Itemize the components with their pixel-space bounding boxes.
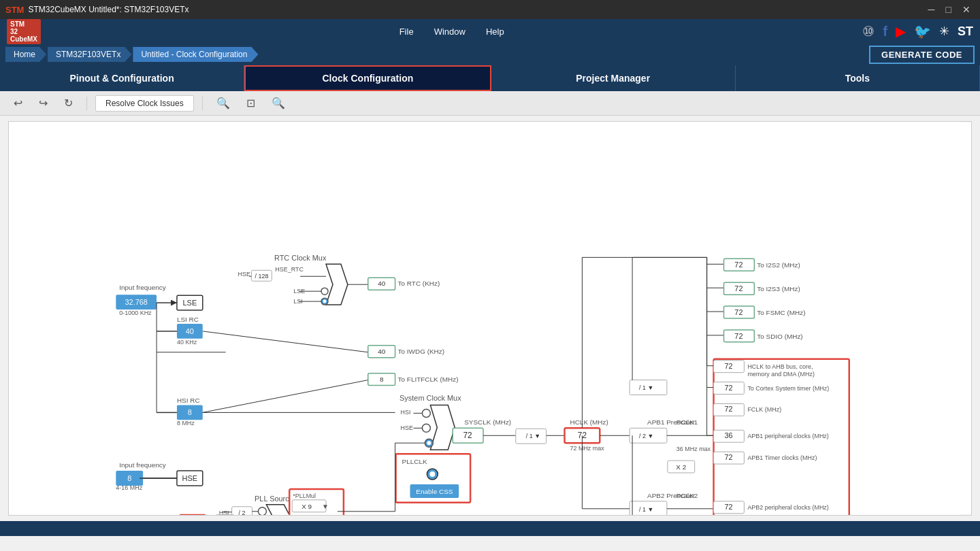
facebook-icon[interactable]: f (883, 24, 887, 39)
to-rtc-label: To RTC (KHz) (398, 280, 440, 287)
to-i2s3-val: 72 (734, 284, 742, 293)
maximize-icon[interactable]: □ (942, 4, 956, 15)
pllclk-radio-inner (427, 441, 431, 445)
input-freq-2-label2: Input frequency (119, 461, 166, 469)
hclk-ahb-label2: memory and DMA (MHz) (747, 371, 815, 378)
rtc-clock-mux-label: RTC Clock Mux (274, 254, 327, 262)
to-fsmc-val: 72 (734, 308, 742, 316)
clock-config-area: Input frequency 32.768 0-1000 KHz LSE LS… (8, 121, 972, 516)
clock-diagram: Input frequency 32.768 0-1000 KHz LSE LS… (9, 122, 971, 515)
to-iwdg-label: To IWDG (KHz) (398, 348, 444, 355)
input-freq-1-range: 0-1000 KHz (119, 310, 152, 316)
cortex-val: 72 (724, 384, 732, 392)
cortex-label: To Cortex System timer (MHz) (747, 385, 829, 392)
breadcrumb-home[interactable]: Home (5, 47, 46, 62)
lsi-rc-val: 40 (186, 327, 194, 335)
close-icon[interactable]: ✕ (958, 4, 975, 15)
hsi-to-sysclk-label: HSI (401, 409, 411, 416)
apb1-div-label: / 2 ▼ (639, 433, 653, 439)
pclk1-label: PCLK1 (676, 418, 698, 426)
status-bar (0, 521, 980, 536)
lsi-rc-label: LSI RC (177, 316, 199, 323)
pclk1-max-label: 36 MHz max (676, 446, 711, 452)
logo: STM32CubeMX (7, 19, 41, 44)
title-bar-left: STM STM32CubeMX Untitled*: STM32F103VETx (5, 5, 189, 15)
toolbar: ↩ ↪ ↻ Resolve Clock Issues 🔍 ⊡ 🔍 (0, 91, 980, 116)
generate-code-button[interactable]: GENERATE CODE (869, 46, 975, 64)
to-sdio-top-label: To SDIO (MHz) (757, 333, 802, 340)
to-rtc-val: 40 (378, 280, 386, 287)
menu-bar: STM32CubeMX File Window Help ⑩ f ▶ 🐦 ✳ S… (0, 19, 980, 44)
hsi-sysclk-radio[interactable] (422, 409, 430, 417)
input-freq-2-range: 4-16 MHz (116, 484, 142, 491)
apb2-periph-val: 72 (724, 503, 732, 511)
title-text: STM32CubeMX Untitled*: STM32F103VETx (28, 5, 189, 14)
pllmul-label: *PLLMul (293, 492, 316, 499)
hclk-label: HCLK (MHz) (570, 418, 608, 426)
hse-rtc-from-label: HSE (238, 271, 250, 278)
div128-label: / 128 (255, 273, 268, 280)
to-iwdg-val: 40 (378, 348, 386, 355)
cortex-div-label: / 1 ▼ (639, 384, 653, 391)
menu-window[interactable]: Window (434, 27, 466, 37)
pllclk-inner (429, 471, 435, 477)
refresh-button[interactable]: ↻ (59, 94, 78, 112)
sysclk-label: SYSCLK (MHz) (464, 418, 511, 426)
hse-sysclk-radio[interactable] (422, 424, 430, 432)
hse-rtc-label: HSE_RTC (275, 266, 304, 273)
to-flit-val: 8 (380, 375, 384, 383)
pllmul-val: X 9 (301, 503, 312, 510)
minimize-icon[interactable]: ─ (924, 4, 939, 15)
youtube-icon[interactable]: ▶ (896, 23, 906, 39)
pclk2-label: PCLK2 (676, 492, 698, 499)
tab-clock[interactable]: Clock Configuration (244, 65, 491, 91)
title-bar: STM STM32CubeMX Untitled*: STM32F103VETx… (0, 0, 980, 19)
hse-label: HSE (182, 474, 198, 482)
menu-icons: ⑩ f ▶ 🐦 ✳ ST (862, 23, 973, 39)
pllclk-label: PLLCLK (402, 458, 427, 465)
to-sdio-top-val: 72 (734, 332, 742, 340)
hsi-rc-freq: 8 MHz (177, 420, 195, 427)
ahb-div-label: / 1 ▼ (526, 433, 540, 439)
tab-tools[interactable]: Tools (736, 65, 980, 91)
lsi-rc-freq: 40 KHz (177, 339, 197, 346)
app-icon: STM (5, 5, 24, 15)
menu-help[interactable]: Help (486, 27, 504, 37)
apb2-div-label: / 1 ▼ (639, 506, 653, 513)
tab-pinout[interactable]: Pinout & Configuration (0, 65, 244, 91)
menu-items: File Window Help (54, 27, 849, 37)
lse-radio-btn[interactable] (321, 288, 328, 295)
lse-label: LSE (183, 299, 197, 307)
zoom-in-button[interactable]: 🔍 (211, 94, 235, 112)
pll-hsi-div2-radio[interactable] (258, 507, 266, 515)
hclk-max-label: 72 MHz max (570, 445, 605, 452)
fclk-val: 72 (724, 405, 732, 413)
hclk-ahb-val: 72 (724, 362, 732, 370)
toolbar-separator-2 (202, 97, 203, 110)
redo-button[interactable]: ↪ (33, 94, 53, 112)
network-icon[interactable]: ✳ (939, 24, 949, 39)
window-controls[interactable]: ─ □ ✕ (924, 4, 975, 15)
apb1-timer-val: 72 (724, 453, 732, 461)
toolbar-separator-1 (86, 97, 87, 110)
x2-apb1-label: X 2 (676, 463, 686, 471)
enable-css-btn-text: Enable CSS (416, 488, 453, 495)
zoom-out-button[interactable]: 🔍 (266, 94, 291, 112)
menu-file[interactable]: File (399, 27, 414, 37)
sysclk-val: 72 (463, 431, 472, 440)
apb1-periph-label: APB1 peripheral clocks (MHz) (747, 433, 828, 439)
breadcrumb-config[interactable]: Untitled - Clock Configuration (133, 47, 258, 62)
resolve-clock-button[interactable]: Resolve Clock Issues (95, 95, 194, 112)
sysclk-mux-label: System Clock Mux (399, 394, 461, 402)
breadcrumb-device[interactable]: STM32F103VETx (48, 47, 131, 62)
pll-div2-label: / 2 (239, 510, 246, 515)
to-i2s3-label: To I2S3 (MHz) (757, 285, 800, 293)
fclk-label: FCLK (MHz) (747, 406, 781, 413)
fit-button[interactable]: ⊡ (241, 94, 261, 112)
hclk-ahb-label: HCLK to AHB bus, core, (747, 363, 813, 370)
apb1-timer-label: APB1 Timer clocks (MHz) (747, 454, 817, 461)
tab-project[interactable]: Project Manager (491, 65, 736, 91)
to-i2s2-label: To I2S2 (MHz) (757, 261, 800, 269)
undo-button[interactable]: ↩ (8, 94, 28, 112)
twitter-icon[interactable]: 🐦 (914, 23, 931, 39)
